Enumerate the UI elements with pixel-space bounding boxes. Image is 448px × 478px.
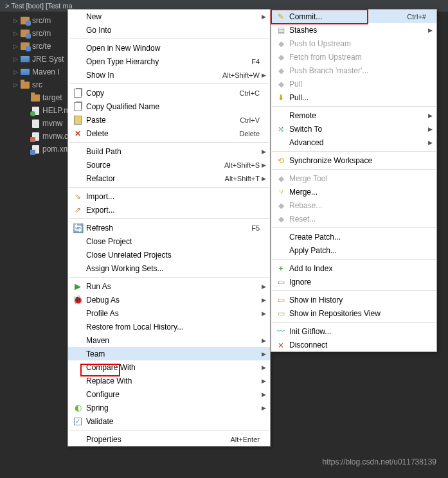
delete-icon: ✕ [71,128,85,139]
menu-item-close-project[interactable]: Close Project [68,235,270,248]
run-icon: ▶ [71,281,85,292]
pkg-icon [19,41,31,51]
menu-item-assign-working-sets[interactable]: Assign Working Sets... [68,261,270,275]
menu-item-build-path[interactable]: Build Path▶ [68,145,270,158]
menu-label: Init Gitflow... [288,327,426,336]
menu-item-import[interactable]: ⇘Import... [68,190,270,203]
breadcrumb: > Test [boot] [Test ma [5,2,73,10]
menu-item-add-to-index[interactable]: +Add to Index [271,261,436,275]
menu-item-compare-with[interactable]: Compare With▶ [68,360,270,374]
menu-item-delete[interactable]: ✕DeleteDelete [68,127,270,140]
expand-arrow-icon[interactable]: ▷ [12,56,19,62]
tree-label: src/m [32,16,51,25]
blank-icon [71,250,85,260]
file-green-icon [30,105,41,116]
submenu-arrow-icon: ▶ [260,148,266,155]
menu-item-open-type-hierarchy[interactable]: Open Type HierarchyF4 [68,55,270,68]
menu-item-export[interactable]: ⇗Export... [68,203,270,217]
folder-pkg-icon [19,80,31,90]
menu-label: Configure [85,390,260,399]
menu-item-switch-to[interactable]: ⤭Switch To▶ [271,122,436,136]
menu-item-new[interactable]: New▶ [68,10,270,23]
menu-label: Replace With [85,376,260,385]
expand-arrow-icon[interactable]: ▷ [12,69,19,75]
menu-item-ignore[interactable]: ▭Ignore [271,275,436,288]
context-menu-team[interactable]: ✎Commit...Ctrl+#▤Stashes▶◆Push to Upstre… [271,9,437,352]
menu-item-commit[interactable]: ✎Commit...Ctrl+# [271,10,436,23]
menu-item-refresh[interactable]: 🔄RefreshF5 [68,221,270,235]
submenu-arrow-icon: ▶ [260,364,266,371]
menu-label: Spring [85,403,260,412]
menu-item-copy-qualified-name[interactable]: Copy Qualified Name [68,100,270,113]
switch-icon: ⤭ [274,124,288,134]
flow-icon: 〰 [274,326,288,337]
expand-arrow-icon[interactable]: ▷ [12,30,19,37]
menu-item-configure[interactable]: Configure▶ [68,387,270,401]
menu-item-create-patch[interactable]: Create Patch... [271,230,436,243]
paste-icon [71,115,85,125]
menu-item-apply-patch[interactable]: Apply Patch... [271,243,436,257]
menu-item-push-branch-master: ◆Push Branch 'master'... [271,64,436,77]
menu-item-init-gitflow[interactable]: 〰Init Gitflow... [271,324,436,338]
menu-item-pull[interactable]: ⬇Pull... [271,91,436,104]
menu-item-advanced[interactable]: Advanced▶ [271,136,436,149]
menu-item-merge[interactable]: ⑂Merge... [271,185,436,199]
blank-icon [274,111,288,121]
menu-label: Disconnect [288,341,426,350]
menu-item-remote[interactable]: Remote▶ [271,109,436,122]
expand-arrow-icon[interactable]: ▷ [12,43,19,49]
submenu-arrow-icon: ▶ [260,13,266,20]
menu-label: Pull [288,80,426,89]
blank-icon [71,263,85,274]
gray-icon: ◆ [274,66,288,76]
menu-item-debug-as[interactable]: 🐞Debug As▶ [68,293,270,306]
tree-label: HELP.m [42,106,70,115]
menu-item-synchronize-workspace[interactable]: ⟲Synchronize Workspace [271,154,436,167]
menu-item-disconnect[interactable]: ⨯Disconnect [271,338,436,351]
export-icon: ⇗ [71,205,85,215]
blank-icon [71,25,85,35]
menu-item-profile-as[interactable]: Profile As▶ [68,306,270,320]
menu-item-source[interactable]: SourceAlt+Shift+S▶ [68,158,270,172]
menu-label: Refactor [85,174,225,183]
menu-label: Merge Tool [288,174,426,183]
menu-label: Ignore [288,278,426,287]
menu-label: Export... [85,206,260,215]
menu-item-go-into[interactable]: Go Into [68,23,270,37]
submenu-arrow-icon: ▶ [426,112,433,119]
menu-item-show-in-repositories-view[interactable]: ▭Show in Repositories View [271,306,436,320]
menu-item-restore-from-local-history[interactable]: Restore from Local History... [68,320,270,333]
menu-item-team[interactable]: Team▶ [68,347,270,360]
menu-separator [272,227,436,228]
tree-label: pom.xm [42,145,70,154]
menu-item-show-in-history[interactable]: ▭Show in History [271,293,436,306]
blank-icon [71,349,85,359]
menu-item-open-in-new-window[interactable]: Open in New Window [68,41,270,55]
context-menu-main[interactable]: New▶Go IntoOpen in New WindowOpen Type H… [67,9,271,447]
menu-label: Assign Working Sets... [85,264,260,273]
blank-icon [71,146,85,157]
expand-arrow-icon[interactable]: ▷ [12,82,19,88]
menu-item-refactor[interactable]: RefactorAlt+Shift+T▶ [68,172,270,185]
menu-item-spring[interactable]: ◐Spring▶ [68,401,270,414]
menu-item-replace-with[interactable]: Replace With▶ [68,374,270,387]
menu-item-stashes[interactable]: ▤Stashes▶ [271,23,436,37]
expand-arrow-icon[interactable]: ▷ [12,17,19,24]
submenu-arrow-icon: ▶ [260,337,266,344]
menu-label: Compare With [85,363,260,372]
blank-icon [71,389,85,400]
blank-icon [71,12,85,22]
menu-separator [69,430,269,430]
menu-item-show-in[interactable]: Show InAlt+Shift+W▶ [68,68,270,82]
menu-item-properties[interactable]: PropertiesAlt+Enter [68,432,270,446]
menu-item-copy[interactable]: CopyCtrl+C [68,86,270,100]
submenu-arrow-icon: ▶ [260,297,266,303]
menu-item-run-as[interactable]: ▶Run As▶ [68,279,270,293]
menu-separator [272,169,436,170]
menu-item-close-unrelated-projects[interactable]: Close Unrelated Projects [68,248,270,261]
menu-item-maven[interactable]: Maven▶ [68,333,270,347]
menu-item-validate[interactable]: ✓Validate [68,414,270,428]
tree-label: src/te [32,42,51,51]
refresh-icon: 🔄 [71,223,85,233]
menu-item-paste[interactable]: PasteCtrl+V [68,113,270,127]
